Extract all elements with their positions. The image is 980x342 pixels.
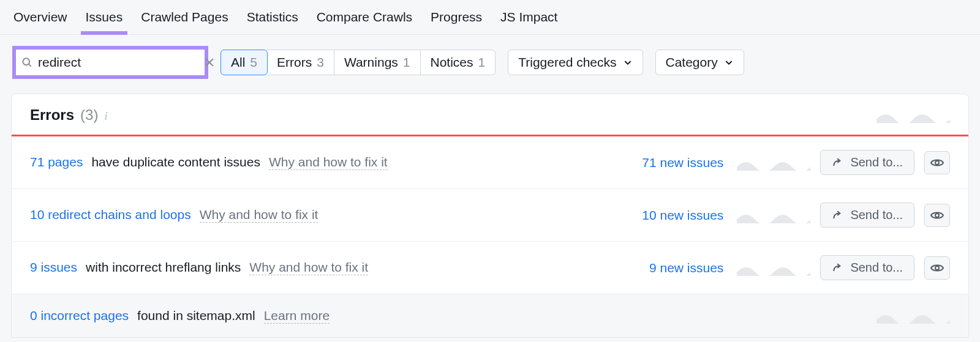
triggered-checks-dropdown[interactable]: Triggered checks [508,50,643,75]
category-label: Category [666,55,718,70]
severity-errors[interactable]: Errors 3 [267,50,334,75]
svg-line-1 [29,64,31,67]
issue-row: 9 issues with incorrect hreflang links W… [12,242,968,294]
chevron-down-icon [623,58,633,67]
tab-overview[interactable]: Overview [12,7,69,34]
tab-js-impact[interactable]: JS Impact [499,7,559,34]
severity-warnings[interactable]: Warnings 1 [334,50,421,75]
search-input[interactable] [38,55,198,70]
send-to-button[interactable]: Send to... [820,203,914,228]
new-issues-link[interactable]: 10 new issues [619,208,723,223]
issue-description: found in sitemap.xml [137,308,255,323]
issue-description: have duplicate content issues [91,155,260,169]
search-box [12,46,208,79]
severity-all-count: 5 [250,55,257,70]
send-to-label: Send to... [850,208,903,222]
sparkline-icon [733,207,810,223]
sparkline-icon [876,107,950,123]
category-dropdown[interactable]: Category [655,50,744,75]
svg-point-6 [935,266,939,270]
eye-icon [930,208,944,223]
severity-errors-label: Errors [277,55,312,70]
issue-hint-link[interactable]: Why and how to fix it [269,155,388,170]
hide-issue-button[interactable] [924,204,950,227]
send-to-label: Send to... [850,155,903,169]
svg-point-4 [935,161,939,165]
issue-hint-link[interactable]: Why and how to fix it [249,260,368,275]
hide-issue-button[interactable] [924,151,950,174]
sparkline-icon [733,260,810,276]
issue-row: 0 incorrect pages found in sitemap.xml L… [12,294,968,337]
main-tabs: Overview Issues Crawled Pages Statistics… [0,0,980,35]
triggered-checks-label: Triggered checks [518,55,616,70]
tab-progress[interactable]: Progress [429,7,483,34]
svg-point-0 [23,58,29,65]
issue-hint-link[interactable]: Why and how to fix it [200,207,318,223]
clear-search-button[interactable] [203,56,216,69]
severity-all[interactable]: All 5 [221,50,268,75]
issue-link[interactable]: 71 pages [30,155,83,169]
tab-issues[interactable]: Issues [85,7,124,34]
issue-hint-link[interactable]: Learn more [264,308,330,324]
search-icon [21,56,33,69]
eye-icon [930,261,944,275]
new-issues-link[interactable]: 71 new issues [619,155,723,170]
tab-crawled-pages[interactable]: Crawled Pages [140,7,229,34]
issue-row: 10 redirect chains and loops Why and how… [12,189,968,242]
tab-compare-crawls[interactable]: Compare Crawls [315,7,413,34]
eye-icon [930,155,944,170]
issue-description: with incorrect hreflang links [86,260,241,275]
hide-issue-button[interactable] [924,256,950,280]
share-arrow-icon [832,157,844,169]
severity-notices-count: 1 [478,55,486,70]
chevron-down-icon [724,58,734,67]
sparkline-icon [733,155,810,171]
severity-warnings-label: Warnings [344,55,398,70]
issue-link[interactable]: 10 redirect chains and loops [30,207,191,222]
severity-all-label: All [231,55,245,70]
send-to-label: Send to... [850,261,903,275]
send-to-button[interactable]: Send to... [820,150,914,175]
severity-notices-label: Notices [431,55,473,70]
issue-link[interactable]: 9 issues [30,260,77,275]
sparkline-icon [873,308,950,324]
share-arrow-icon [832,262,844,274]
severity-warnings-count: 1 [403,55,410,70]
errors-panel-header: Errors (3) i [12,94,968,135]
issue-link[interactable]: 0 incorrect pages [30,308,129,323]
severity-filter-group: All 5 Errors 3 Warnings 1 Notices 1 [221,50,496,75]
errors-title: Errors [30,106,74,124]
info-icon[interactable]: i [104,110,107,123]
tab-statistics[interactable]: Statistics [246,7,300,34]
errors-panel: Errors (3) i 71 pages have duplicate con… [11,94,969,338]
severity-errors-count: 3 [317,55,324,70]
filter-row: All 5 Errors 3 Warnings 1 Notices 1 Trig… [0,35,980,94]
send-to-button[interactable]: Send to... [820,255,914,280]
issue-row: 71 pages have duplicate content issues W… [12,136,968,189]
severity-notices[interactable]: Notices 1 [421,50,496,75]
share-arrow-icon [832,209,844,221]
svg-point-5 [935,214,939,217]
new-issues-link[interactable]: 9 new issues [619,261,723,275]
errors-count: (3) [80,106,98,124]
